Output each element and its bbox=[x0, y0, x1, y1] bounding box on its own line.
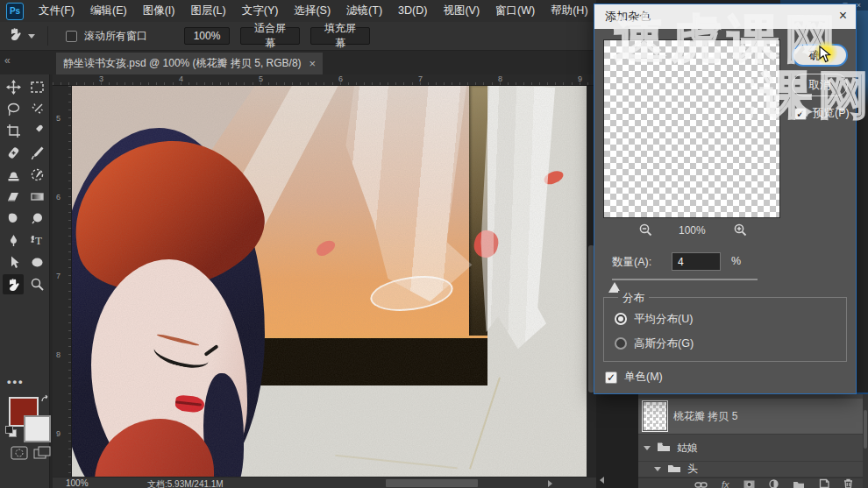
new-layer-icon[interactable] bbox=[819, 477, 829, 488]
ruler-tick-label: 7 bbox=[56, 272, 60, 280]
status-doc-size[interactable]: 文档:5.93M/241.1M bbox=[147, 478, 224, 488]
eraser-tool[interactable] bbox=[3, 187, 24, 207]
zoom-100-button[interactable]: 100% bbox=[184, 27, 230, 45]
zoom-tool[interactable] bbox=[26, 274, 47, 294]
edit-toolbar-icon[interactable]: ••• bbox=[7, 375, 25, 388]
group-expand-chevron-icon[interactable] bbox=[654, 467, 661, 471]
amount-slider-track[interactable] bbox=[612, 279, 758, 280]
new-group-icon[interactable] bbox=[793, 477, 805, 488]
vertical-ruler: 5 6 7 8 9 bbox=[53, 86, 72, 477]
menu-3d[interactable]: 3D(D) bbox=[390, 0, 435, 22]
default-colors-icon[interactable] bbox=[5, 426, 18, 438]
gaussian-radio[interactable] bbox=[615, 337, 627, 350]
document-canvas[interactable] bbox=[72, 86, 596, 477]
preview-label[interactable]: 预览(P) bbox=[813, 106, 850, 121]
close-window-icon[interactable]: × bbox=[857, 1, 861, 10]
monochromatic-checkbox[interactable] bbox=[605, 371, 617, 384]
percent-label: % bbox=[731, 255, 741, 267]
quick-mask-icon[interactable] bbox=[11, 446, 28, 463]
layer-thumbnail[interactable] bbox=[644, 402, 666, 430]
crop-tool[interactable] bbox=[3, 121, 24, 141]
menu-image[interactable]: 图像(I) bbox=[135, 0, 183, 22]
link-layers-icon[interactable] bbox=[694, 477, 708, 488]
dialog-title-bar[interactable]: 添加杂色 × bbox=[594, 4, 856, 29]
menu-window[interactable]: 窗口(W) bbox=[487, 0, 543, 22]
scroll-right-icon[interactable] bbox=[548, 480, 552, 487]
lasso-tool[interactable] bbox=[3, 99, 24, 119]
uniform-radio[interactable] bbox=[615, 313, 627, 325]
layer-row-selected[interactable]: 桃花瓣 拷贝 5 bbox=[638, 399, 863, 435]
clone-stamp-tool[interactable] bbox=[3, 165, 24, 185]
fill-screen-button[interactable]: 填充屏幕 bbox=[310, 27, 370, 45]
menu-layer[interactable]: 图层(L) bbox=[182, 0, 233, 22]
dodge-tool[interactable] bbox=[3, 209, 24, 229]
move-tool[interactable] bbox=[3, 77, 24, 97]
history-brush-tool[interactable] bbox=[26, 165, 47, 185]
rectangular-marquee-tool[interactable] bbox=[26, 77, 47, 97]
path-selection-tool[interactable] bbox=[3, 252, 24, 272]
monochromatic-label[interactable]: 单色(M) bbox=[624, 370, 663, 385]
ruler-tick-label: 9 bbox=[578, 74, 582, 83]
fit-screen-button[interactable]: 适合屏幕 bbox=[240, 27, 300, 45]
svg-text:T: T bbox=[35, 234, 42, 247]
background-color-swatch[interactable] bbox=[24, 415, 51, 442]
ellipse-shape-tool[interactable] bbox=[26, 252, 47, 272]
preview-checkbox[interactable] bbox=[794, 108, 807, 120]
brush-tool[interactable] bbox=[26, 143, 47, 163]
uniform-label[interactable]: 平均分布(U) bbox=[634, 312, 693, 327]
swap-colors-icon[interactable] bbox=[40, 392, 50, 407]
adjustment-layer-icon[interactable] bbox=[769, 477, 779, 488]
menu-type[interactable]: 文字(Y) bbox=[234, 0, 287, 22]
hand-tool-icon bbox=[7, 26, 23, 46]
collapse-panels-icon[interactable]: « bbox=[4, 54, 9, 67]
menu-file[interactable]: 文件(F) bbox=[31, 0, 82, 22]
type-tool[interactable]: T bbox=[26, 230, 47, 251]
menu-filter[interactable]: 滤镜(T) bbox=[338, 0, 390, 22]
scroll-all-windows-checkbox[interactable] bbox=[66, 31, 77, 42]
group-expand-chevron-icon[interactable] bbox=[644, 446, 651, 450]
ruler-tick-label: 5 bbox=[56, 114, 60, 123]
status-zoom-level[interactable]: 100% bbox=[66, 478, 89, 488]
menu-help[interactable]: 帮助(H) bbox=[543, 0, 595, 22]
layer-mask-icon[interactable] bbox=[743, 477, 755, 488]
layer-group-name[interactable]: 姑娘 bbox=[677, 441, 698, 456]
delete-layer-icon[interactable] bbox=[843, 477, 853, 488]
magic-wand-tool[interactable] bbox=[26, 99, 47, 119]
zoom-in-icon[interactable] bbox=[733, 223, 748, 240]
status-bar: 100% 文档:5.93M/241.1M bbox=[53, 477, 596, 488]
vertical-scroll-thumb[interactable] bbox=[588, 245, 594, 393]
layer-group-name[interactable]: 头 bbox=[687, 462, 698, 477]
ruler-tick-label: 7 bbox=[418, 74, 423, 83]
layers-scroll-thumb[interactable] bbox=[864, 410, 867, 449]
layer-style-fx-icon[interactable]: fx bbox=[722, 479, 729, 488]
layer-group-row[interactable]: 姑娘 bbox=[638, 435, 863, 462]
menu-edit[interactable]: 编辑(E) bbox=[82, 0, 135, 22]
pen-tool[interactable] bbox=[3, 230, 24, 251]
scroll-all-windows-label: 滚动所有窗口 bbox=[84, 29, 147, 44]
screen-mode-icon[interactable] bbox=[33, 446, 51, 463]
document-tab[interactable]: 静坐读书女孩.psd @ 100% (桃花瓣 拷贝 5, RGB/8) * × bbox=[56, 53, 323, 74]
hand-tool[interactable] bbox=[3, 274, 24, 294]
gaussian-label[interactable]: 高斯分布(G) bbox=[634, 336, 694, 351]
menu-select[interactable]: 选择(S) bbox=[286, 0, 338, 22]
spot-healing-brush-tool[interactable] bbox=[3, 143, 24, 163]
tools-panel: T ••• bbox=[0, 74, 50, 488]
layers-scrollbar[interactable] bbox=[863, 394, 868, 488]
zoom-out-icon[interactable] bbox=[638, 223, 653, 240]
menu-view[interactable]: 视图(V) bbox=[435, 0, 487, 22]
tool-preset-caret-icon[interactable] bbox=[28, 34, 35, 39]
tab-close-icon[interactable]: × bbox=[309, 57, 316, 70]
amount-input[interactable] bbox=[672, 252, 721, 271]
horizontal-scroll-thumb[interactable] bbox=[386, 479, 478, 487]
noise-preview-area[interactable] bbox=[603, 39, 780, 218]
gradient-tool[interactable] bbox=[26, 187, 47, 207]
eyedropper-tool[interactable] bbox=[26, 121, 47, 141]
layer-name[interactable]: 桃花瓣 拷贝 5 bbox=[673, 409, 737, 424]
layer-group-row[interactable]: 头 bbox=[638, 462, 863, 477]
wall-crack bbox=[469, 377, 501, 469]
preview-toggle-row: 预览(P) bbox=[794, 106, 850, 121]
cancel-button[interactable]: 取消 bbox=[792, 74, 848, 96]
scroll-left-icon[interactable] bbox=[600, 477, 604, 484]
blur-tool[interactable] bbox=[26, 209, 47, 229]
dialog-close-icon[interactable]: × bbox=[839, 8, 847, 24]
